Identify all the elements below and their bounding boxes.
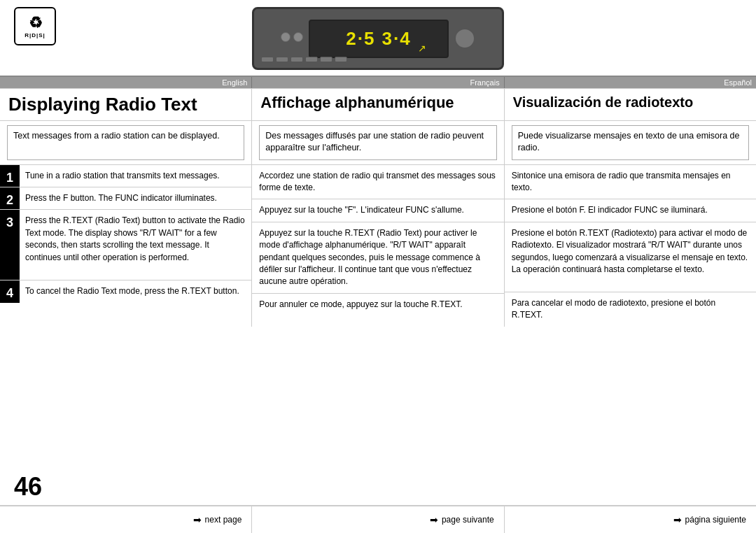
- page-number: 46: [14, 472, 42, 502]
- title-en: Displaying Radio Text: [8, 94, 243, 115]
- step-num-4: 4: [0, 280, 20, 302]
- step-en-1: 1 Tune in a radio station that transmits…: [0, 164, 251, 187]
- radio-device: 2·5 3·4 ↗: [252, 7, 504, 70]
- arrow-en-icon: ➡: [193, 514, 202, 525]
- step-content-en-1: Tune in a radio station that transmits t…: [20, 165, 251, 187]
- step-en-3: 3 Press the R.TEXT (Radio Text) button t…: [0, 209, 251, 280]
- step-num-1: 1: [0, 165, 20, 187]
- logo-symbol: ♻: [29, 14, 41, 32]
- title-es-cell: Visualización de radiotexto: [505, 89, 756, 120]
- bottom-es-label: página siguiente: [685, 515, 746, 525]
- lang-en: English: [0, 77, 252, 88]
- radio-display-arrow: ↗: [418, 43, 426, 54]
- step-en-2: 2 Press the F button. The FUNC indicator…: [0, 187, 251, 209]
- title-fr: Affichage alphanumérique: [260, 94, 495, 111]
- bottom-en: ➡ next page: [0, 506, 252, 533]
- step-num-2: 2: [0, 187, 20, 209]
- title-en-cell: Displaying Radio Text: [0, 89, 252, 120]
- col-en: Text messages from a radio station can b…: [0, 121, 252, 327]
- step-content-en-3: Press the R.TEXT (Radio Text) button to …: [20, 210, 251, 280]
- bottom-fr: ➡ page suivante: [252, 506, 504, 533]
- bottom-bar: ➡ next page ➡ page suivante ➡ página sig…: [0, 505, 756, 533]
- step-fr-1: Accordez une station de radio qui transm…: [252, 164, 503, 199]
- step-num-3: 3: [0, 210, 20, 280]
- bottom-es: ➡ página siguiente: [505, 506, 756, 533]
- step-es-1: Sintonice una emisora de radio que trans…: [505, 164, 756, 199]
- arrow-es-icon: ➡: [673, 514, 682, 525]
- step-content-en-4: To cancel the Radio Text mode, press the…: [20, 280, 251, 302]
- step-fr-4: Pour annuler ce mode, appuyez sur la tou…: [252, 293, 503, 315]
- col-es: Puede visualizarse mensajes en texto de …: [505, 121, 756, 327]
- intro-fr: Des messages diffusés par une station de…: [259, 125, 496, 160]
- step-en-4: 4 To cancel the Radio Text mode, press t…: [0, 280, 251, 302]
- content-columns: Text messages from a radio station can b…: [0, 121, 756, 327]
- step-es-2: Presione el botón F. El indicador FUNC s…: [505, 199, 756, 221]
- title-es: Visualización de radiotexto: [513, 94, 748, 110]
- step-fr-3: Appuyez sur la touche R.TEXT (Radio Text…: [252, 222, 503, 293]
- step-es-3: Presione el botón R.TEXT (Radiotexto) pa…: [505, 222, 756, 292]
- intro-en: Text messages from a radio station can b…: [7, 125, 244, 160]
- bottom-en-label: next page: [205, 515, 242, 525]
- intro-es: Puede visualizarse mensajes en texto de …: [512, 125, 749, 160]
- step-es-4: Para cancelar el modo de radiotexto, pre…: [505, 292, 756, 327]
- radio-display-text: 2·5 3·4: [346, 28, 412, 50]
- radio-device-container: 2·5 3·4 ↗: [56, 7, 700, 70]
- lang-fr: Français: [252, 77, 504, 88]
- logo: ♻ R|D|S|: [14, 7, 56, 45]
- step-fr-2: Appuyez sur la touche "F". L'indicateur …: [252, 199, 503, 221]
- language-header: English Français Español: [0, 76, 756, 89]
- lang-es: Español: [505, 77, 756, 88]
- title-row: Displaying Radio Text Affichage alphanum…: [0, 89, 756, 121]
- radio-buttons: [261, 57, 347, 62]
- arrow-fr-icon: ➡: [430, 514, 438, 525]
- col-fr: Des messages diffusés par une station de…: [252, 121, 504, 327]
- radio-display: 2·5 3·4 ↗: [309, 20, 449, 58]
- step-content-en-2: Press the F button. The FUNC indicator i…: [20, 187, 251, 209]
- bottom-fr-label: page suivante: [442, 515, 494, 525]
- logo-text: R|D|S|: [24, 32, 46, 38]
- title-fr-cell: Affichage alphanumérique: [252, 89, 504, 120]
